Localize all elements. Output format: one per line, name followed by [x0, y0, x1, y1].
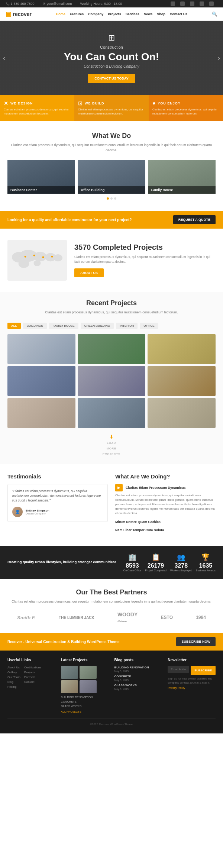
filter-green-building[interactable]: GREEN BUILDING: [81, 323, 114, 329]
blog-item-3: GLASS WORKS May 5, 2015: [114, 684, 162, 690]
testimonial-card: "Claritas est etiam processus dynamicus,…: [7, 484, 108, 522]
filter-office[interactable]: OFFICE: [140, 323, 158, 329]
filter-family-house[interactable]: FAMILY HOUSE: [49, 323, 78, 329]
project-cards: Business Center Office Building Family H…: [7, 160, 216, 194]
lp-img-1[interactable]: [61, 666, 78, 679]
stat-office-label: On Open Office: [123, 569, 142, 572]
project-card-ob[interactable]: Office Building: [78, 160, 145, 194]
newsletter-subscribe-button[interactable]: SUBSCRIBE: [191, 666, 216, 675]
nav-links: Home Features Company Projects Services …: [56, 12, 188, 16]
footer-latest-title: Latest Projects: [61, 658, 109, 662]
lp-img-4[interactable]: [80, 680, 97, 693]
nav-features[interactable]: Features: [70, 12, 84, 16]
link-blog[interactable]: Blog: [7, 680, 20, 684]
social-icon-2[interactable]: [180, 1, 185, 6]
hero-prev-arrow[interactable]: ‹: [3, 54, 5, 62]
about-button[interactable]: ABOUT US: [74, 268, 104, 277]
social-icon-3[interactable]: [190, 1, 194, 6]
completed-number: 3570 Completed Projects: [74, 243, 216, 252]
filter-tabs: ALL BUILDINGS FAMILY HOUSE GREEN BUILDIN…: [7, 323, 216, 329]
link-about[interactable]: About Us: [7, 666, 20, 669]
project-card-bc[interactable]: Business Center: [7, 160, 75, 194]
nav-action-icons: 🔍: [212, 12, 217, 17]
grid-item-9[interactable]: [148, 398, 216, 428]
grid-item-4[interactable]: [7, 366, 75, 396]
link-ourteam[interactable]: Our Team: [7, 675, 20, 679]
link-certifications[interactable]: Certifications: [24, 666, 41, 669]
footer-subscribe-button[interactable]: SUBSCRIBE NOW: [176, 637, 216, 646]
useful-links-col1: About Us Gallery Our Team Blog Pricing: [7, 666, 20, 690]
what-we-do-subtitle: Claritas est etiam processus dynamicus, …: [7, 143, 216, 153]
svg-point-5: [54, 254, 62, 261]
dot-2: [110, 197, 113, 200]
author-company: Desain Company: [26, 512, 49, 515]
social-icon-1[interactable]: [171, 1, 175, 6]
recent-projects-section: Recent Projects Claritas est etiam proce…: [0, 292, 223, 464]
stat-workers: 👥 3278 Workers Employed: [170, 553, 192, 572]
blog-date-2: May 5, 2015: [114, 679, 162, 681]
project-card-fh[interactable]: Family House: [148, 160, 216, 194]
logo[interactable]: ▣ recover: [6, 10, 32, 17]
footer-latest-projects: Latest Projects BUILDING RENOVATION CONC…: [61, 658, 109, 713]
cta-button[interactable]: REQUEST A QUOTE: [173, 215, 216, 224]
lp-img-2[interactable]: [80, 666, 97, 679]
newsletter-input[interactable]: [168, 666, 189, 673]
all-projects-link[interactable]: ALL PROJECTS: [61, 710, 109, 713]
link-pricing[interactable]: Pricing: [7, 685, 20, 688]
partner-1984: 1984: [196, 615, 206, 620]
nav-contact[interactable]: Contact Us: [170, 12, 188, 16]
nav-home[interactable]: Home: [56, 12, 65, 16]
partners-logos: Smith F. THE LUMBER JACK WOODYNature EST…: [7, 612, 216, 623]
stat-projects-number: 26179: [145, 562, 167, 569]
footer-cta-bar: Recover - Universal Construction & Build…: [0, 633, 223, 651]
social-icon-5[interactable]: [209, 1, 214, 6]
completed-description: Claritas est etiam processus dynamicus, …: [74, 255, 216, 264]
footer-blog-title: Blog posts: [114, 658, 162, 662]
nav-news[interactable]: News: [144, 12, 153, 16]
link-contact[interactable]: Contact: [24, 680, 41, 684]
office-building-label: Office Building: [78, 186, 145, 194]
social-icon-4[interactable]: [200, 1, 204, 6]
stat-projects-icon: 📋: [145, 553, 167, 561]
svg-point-11: [51, 256, 53, 258]
load-more-text[interactable]: LOADMOREPROJECTS: [103, 441, 120, 456]
hero-icon: ⊞: [108, 33, 115, 43]
author-name: Britney Simpson: [26, 509, 49, 512]
grid-item-8[interactable]: [78, 398, 146, 428]
recent-projects-title: Recent Projects: [7, 299, 216, 307]
grid-item-7[interactable]: [7, 398, 75, 428]
search-icon[interactable]: 🔍: [212, 12, 217, 17]
link-gallery[interactable]: Gallery: [7, 671, 20, 674]
useful-links-columns: About Us Gallery Our Team Blog Pricing C…: [7, 666, 55, 690]
hero-next-arrow[interactable]: ›: [218, 54, 220, 62]
blog-date-1: May 5, 2015: [114, 670, 162, 672]
lp-img-3[interactable]: [61, 680, 78, 693]
stats-grid: 🏢 8593 On Open Office 📋 26179 Project Co…: [123, 553, 216, 572]
cta-text: Looking for a quality and affordable con…: [7, 218, 132, 222]
nav-shop[interactable]: Shop: [157, 12, 165, 16]
useful-links-col2: Certifications Projects Partners Contact: [24, 666, 41, 690]
blog-title-3[interactable]: GLASS WORKS: [114, 684, 162, 687]
grid-item-2[interactable]: [78, 334, 146, 364]
feature-build-text: Claritas est etiam processus dynamicus, …: [78, 108, 145, 116]
link-partners[interactable]: Partners: [24, 675, 41, 679]
filter-buildings[interactable]: BUILDINGS: [23, 323, 47, 329]
doing-item-2-header: Mirum Notare Quam Gothica: [115, 520, 216, 524]
blog-title-1[interactable]: BUILDING RENOVATION: [114, 666, 162, 669]
nav-projects[interactable]: Projects: [108, 12, 121, 16]
blog-item-2: CONCRETE May 5, 2015: [114, 675, 162, 681]
nav-company[interactable]: Company: [88, 12, 103, 16]
grid-item-3[interactable]: [148, 334, 216, 364]
hero-company: Construction & Building Company: [84, 64, 139, 68]
blog-title-2[interactable]: CONCRETE: [114, 675, 162, 678]
nav-services[interactable]: Services: [126, 12, 139, 16]
stat-awards-icon: 🏆: [196, 553, 216, 561]
grid-item-1[interactable]: [7, 334, 75, 364]
privacy-link[interactable]: Privacy Policy: [168, 686, 185, 690]
grid-item-5[interactable]: [78, 366, 146, 396]
filter-interior[interactable]: INTERIOR: [116, 323, 138, 329]
grid-item-6[interactable]: [148, 366, 216, 396]
filter-all[interactable]: ALL: [7, 323, 21, 329]
link-projects[interactable]: Projects: [24, 671, 41, 674]
hero-cta-button[interactable]: CONTACT US TODAY: [88, 74, 135, 83]
